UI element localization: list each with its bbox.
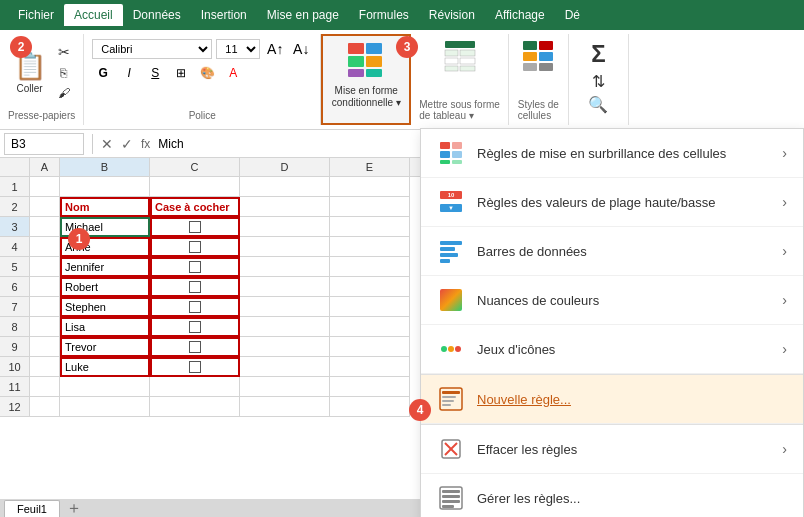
cell-e10[interactable] <box>330 357 410 377</box>
font-color-button[interactable]: A <box>222 62 244 84</box>
cell-a4[interactable] <box>30 237 60 257</box>
cell-b2[interactable]: Nom <box>60 197 150 217</box>
fill-color-button[interactable]: 🎨 <box>196 62 218 84</box>
cell-b12[interactable] <box>60 397 150 417</box>
cell-a11[interactable] <box>30 377 60 397</box>
cell-a10[interactable] <box>30 357 60 377</box>
menu-donnees[interactable]: Données <box>123 4 191 26</box>
font-name-select[interactable]: Calibri <box>92 39 212 59</box>
menu-accueil[interactable]: Accueil <box>64 4 123 26</box>
cell-e12[interactable] <box>330 397 410 417</box>
cancel-formula-icon[interactable]: ✕ <box>101 136 113 152</box>
dropdown-item-nouvelle-regle[interactable]: 4 Nouvelle règle... <box>421 375 803 424</box>
reproduire-button[interactable]: 🖌 <box>54 84 74 102</box>
cell-a7[interactable] <box>30 297 60 317</box>
menu-formules[interactable]: Formules <box>349 4 419 26</box>
menu-fichier[interactable]: Fichier <box>8 4 64 26</box>
cell-d6[interactable] <box>240 277 330 297</box>
checkbox-6[interactable] <box>189 281 201 293</box>
dropdown-item-regles-valeurs[interactable]: 10 ▼ Règles des valeurs de plage haute/b… <box>421 178 803 227</box>
checkbox-7[interactable] <box>189 301 201 313</box>
font-size-select[interactable]: 11 <box>216 39 260 59</box>
cell-e6[interactable] <box>330 277 410 297</box>
decrease-font-button[interactable]: A↓ <box>290 38 312 60</box>
row-header-6[interactable]: 6 <box>0 277 30 297</box>
cell-b11[interactable] <box>60 377 150 397</box>
cell-c5[interactable] <box>150 257 240 277</box>
cell-a1[interactable] <box>30 177 60 197</box>
cell-c1[interactable] <box>150 177 240 197</box>
dropdown-item-jeux[interactable]: Jeux d'icônes › <box>421 325 803 374</box>
dropdown-item-gerer[interactable]: Gérer les règles... <box>421 474 803 517</box>
cell-c2[interactable]: Case à cocher <box>150 197 240 217</box>
cell-e8[interactable] <box>330 317 410 337</box>
row-header-12[interactable]: 12 <box>0 397 30 417</box>
cell-c10[interactable] <box>150 357 240 377</box>
cell-d1[interactable] <box>240 177 330 197</box>
cell-e11[interactable] <box>330 377 410 397</box>
dropdown-item-barres[interactable]: Barres de données › <box>421 227 803 276</box>
row-header-5[interactable]: 5 <box>0 257 30 277</box>
underline-button[interactable]: S <box>144 62 166 84</box>
cell-c6[interactable] <box>150 277 240 297</box>
name-box[interactable] <box>4 133 84 155</box>
border-button[interactable]: ⊞ <box>170 62 192 84</box>
cell-d11[interactable] <box>240 377 330 397</box>
col-header-c[interactable]: C <box>150 158 240 176</box>
row-header-10[interactable]: 10 <box>0 357 30 377</box>
cell-a12[interactable] <box>30 397 60 417</box>
row-header-8[interactable]: 8 <box>0 317 30 337</box>
row-header-2[interactable]: 2 <box>0 197 30 217</box>
checkbox-10[interactable] <box>189 361 201 373</box>
cell-c12[interactable] <box>150 397 240 417</box>
cell-e9[interactable] <box>330 337 410 357</box>
cell-a9[interactable] <box>30 337 60 357</box>
confirm-formula-icon[interactable]: ✓ <box>121 136 133 152</box>
cell-d5[interactable] <box>240 257 330 277</box>
copier-button[interactable]: ⎘ <box>54 64 74 82</box>
cell-e3[interactable] <box>330 217 410 237</box>
italic-button[interactable]: I <box>118 62 140 84</box>
dropdown-item-regles-surbrillance[interactable]: Règles de mise en surbrillance des cellu… <box>421 129 803 178</box>
couper-button[interactable]: ✂ <box>54 42 74 62</box>
col-header-d[interactable]: D <box>240 158 330 176</box>
cell-d10[interactable] <box>240 357 330 377</box>
cell-d12[interactable] <box>240 397 330 417</box>
cell-e2[interactable] <box>330 197 410 217</box>
cell-a3[interactable] <box>30 217 60 237</box>
mettre-sous-forme-button[interactable] <box>440 38 480 80</box>
row-header-9[interactable]: 9 <box>0 337 30 357</box>
styles-cellules-button[interactable] <box>518 38 558 80</box>
menu-revision[interactable]: Révision <box>419 4 485 26</box>
dropdown-item-effacer[interactable]: Effacer les règles › <box>421 425 803 474</box>
cell-e5[interactable] <box>330 257 410 277</box>
row-header-4[interactable]: 4 <box>0 237 30 257</box>
cell-c4[interactable] <box>150 237 240 257</box>
cell-e1[interactable] <box>330 177 410 197</box>
cell-a5[interactable] <box>30 257 60 277</box>
cell-b6[interactable]: Robert <box>60 277 150 297</box>
row-header-3[interactable]: 3 <box>0 217 30 237</box>
sheet-tab-1[interactable]: Feuil1 <box>4 500 60 517</box>
cell-e4[interactable] <box>330 237 410 257</box>
cell-b8[interactable]: Lisa <box>60 317 150 337</box>
row-header-11[interactable]: 11 <box>0 377 30 397</box>
cell-e7[interactable] <box>330 297 410 317</box>
find-button[interactable]: 🔍 <box>584 93 612 116</box>
cell-b7[interactable]: Stephen <box>60 297 150 317</box>
cell-b9[interactable]: Trevor <box>60 337 150 357</box>
cell-c8[interactable] <box>150 317 240 337</box>
cell-d3[interactable] <box>240 217 330 237</box>
row-header-7[interactable]: 7 <box>0 297 30 317</box>
col-header-e[interactable]: E <box>330 158 410 176</box>
add-sheet-button[interactable]: ＋ <box>66 498 82 518</box>
dropdown-item-nuances[interactable]: Nuances de couleurs › <box>421 276 803 325</box>
cell-d8[interactable] <box>240 317 330 337</box>
col-header-b[interactable]: B <box>60 158 150 176</box>
cell-a8[interactable] <box>30 317 60 337</box>
menu-insertion[interactable]: Insertion <box>191 4 257 26</box>
menu-de[interactable]: Dé <box>555 4 590 26</box>
checkbox-8[interactable] <box>189 321 201 333</box>
checkbox-5[interactable] <box>189 261 201 273</box>
cell-c3[interactable] <box>150 217 240 237</box>
